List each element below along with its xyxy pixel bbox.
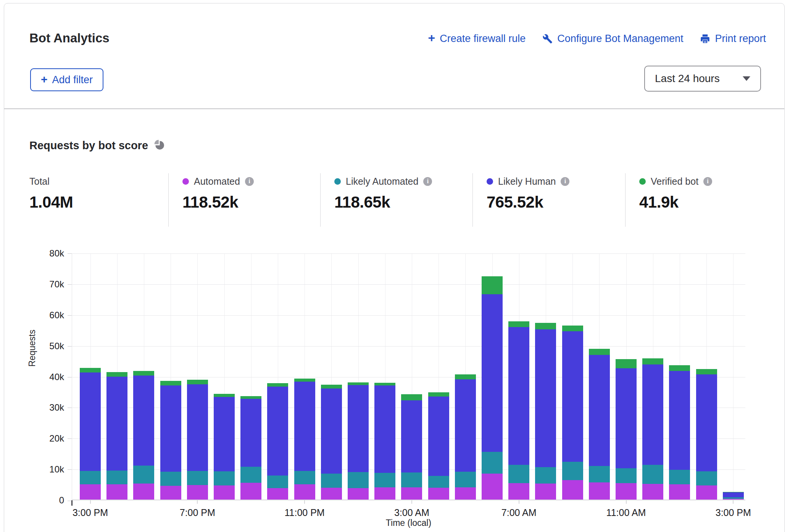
bar-7-00-pm[interactable] — [187, 380, 208, 500]
bar-segment-verified-bot — [133, 371, 154, 376]
bar-6-00-pm[interactable] — [160, 381, 181, 500]
stat-total: Total1.04M — [29, 173, 168, 227]
info-icon[interactable]: i — [561, 177, 569, 186]
pie-chart-icon — [154, 140, 164, 152]
bar-9-00-pm[interactable] — [240, 396, 261, 500]
stat-label: Automated — [194, 176, 240, 187]
bar-segment-automated — [267, 488, 288, 500]
printer-icon — [700, 34, 710, 44]
bar-10-00-pm[interactable] — [267, 383, 288, 500]
bar-12-00-am[interactable] — [321, 385, 342, 500]
bar-segment-likely-human — [240, 399, 261, 467]
stat-verified-bot: Verified boti41.9k — [625, 173, 785, 227]
plus-icon: + — [41, 74, 48, 85]
bar-segment-likely-human — [133, 376, 154, 466]
add-filter-button[interactable]: + Add filter — [30, 68, 103, 91]
bar-segment-likely-human — [482, 294, 503, 452]
stat-head: Likely Humani — [487, 175, 625, 188]
bar-segment-likely-automated — [106, 471, 127, 484]
info-icon[interactable]: i — [703, 177, 712, 186]
x-tick-label: 3:00 AM — [381, 507, 442, 518]
bar-segment-automated — [589, 482, 610, 500]
bar-3-00-pm[interactable] — [723, 492, 744, 500]
bar-3-00-pm[interactable] — [80, 368, 101, 500]
bar-segment-automated — [348, 488, 369, 500]
x-axis-title: Time (local) — [72, 518, 745, 528]
bar-segment-likely-human — [106, 377, 127, 471]
y-tick-label: 70k — [37, 279, 64, 290]
bar-segment-automated — [80, 484, 101, 500]
x-tick-mark — [304, 500, 305, 504]
bar-segment-automated — [106, 484, 127, 500]
bar-8-00-am[interactable] — [535, 323, 556, 500]
x-tick-mark — [90, 500, 91, 504]
chevron-down-icon — [743, 76, 750, 81]
bar-12-00-pm[interactable] — [642, 358, 663, 500]
bar-4-00-pm[interactable] — [106, 372, 127, 500]
bar-11-00-am[interactable] — [616, 359, 637, 500]
y-tick-label: 50k — [37, 341, 64, 351]
create-firewall-rule-link[interactable]: + Create firewall rule — [428, 32, 526, 45]
x-tick-mark — [733, 500, 734, 504]
info-icon[interactable]: i — [423, 177, 432, 186]
bar-2-00-pm[interactable] — [696, 369, 717, 500]
bar-segment-automated — [508, 483, 529, 500]
stat-value: 41.9k — [639, 193, 785, 211]
bar-segment-likely-human — [80, 372, 101, 471]
stat-label: Likely Automated — [346, 176, 418, 187]
plot-area: 010k20k30k40k50k60k70k80k3:00 PM7:00 PM1… — [72, 253, 745, 500]
bar-segment-likely-human — [214, 397, 235, 471]
stat-value: 118.65k — [334, 193, 472, 211]
bar-8-00-pm[interactable] — [214, 394, 235, 500]
bar-segment-likely-human — [348, 385, 369, 472]
horizontal-gridline — [72, 284, 745, 285]
bar-10-00-am[interactable] — [589, 349, 610, 500]
bar-3-00-am[interactable] — [401, 394, 422, 500]
bar-segment-automated — [642, 484, 663, 500]
bar-segment-likely-automated — [562, 462, 583, 480]
bar-1-00-pm[interactable] — [669, 365, 690, 500]
x-tick-mark — [626, 500, 627, 504]
bar-segment-likely-human — [374, 385, 395, 473]
y-tick-label: 10k — [37, 464, 64, 475]
bar-segment-verified-bot — [240, 396, 261, 399]
bar-segment-verified-bot — [508, 321, 529, 327]
bar-segment-verified-bot — [723, 492, 744, 492]
bar-11-00-pm[interactable] — [294, 379, 315, 500]
y-tick-mark — [68, 438, 72, 439]
bar-2-00-am[interactable] — [374, 382, 395, 500]
bar-9-00-am[interactable] — [562, 326, 583, 500]
bar-4-00-am[interactable] — [428, 392, 449, 500]
x-tick-label: 11:00 PM — [274, 507, 335, 518]
bar-segment-automated — [374, 487, 395, 500]
bar-segment-verified-bot — [374, 383, 395, 385]
bar-5-00-am[interactable] — [455, 374, 476, 500]
bar-5-00-pm[interactable] — [133, 371, 154, 500]
y-tick-label: 80k — [37, 248, 64, 259]
header-actions: + Create firewall rule Configure Bot Man… — [428, 32, 766, 45]
bar-segment-automated — [294, 484, 315, 500]
print-report-link[interactable]: Print report — [700, 33, 766, 45]
time-range-select[interactable]: Last 24 hours — [644, 66, 761, 92]
bar-segment-likely-automated — [616, 468, 637, 484]
bar-7-00-am[interactable] — [508, 321, 529, 500]
configure-bot-management-link[interactable]: Configure Bot Management — [542, 33, 683, 45]
bar-segment-likely-human — [642, 364, 663, 465]
bar-segment-likely-automated — [267, 476, 288, 488]
bar-segment-verified-bot — [106, 372, 127, 377]
info-icon[interactable]: i — [245, 177, 254, 186]
bar-1-00-am[interactable] — [348, 382, 369, 500]
x-tick-mark — [197, 500, 198, 504]
stat-head: Likely Automatedi — [334, 175, 472, 188]
y-tick-mark — [68, 315, 72, 316]
y-tick-mark — [68, 253, 72, 254]
bar-segment-verified-bot — [214, 394, 235, 397]
bar-6-00-am[interactable] — [482, 276, 503, 500]
x-tick-mark — [411, 500, 412, 504]
bar-segment-verified-bot — [589, 349, 610, 355]
bar-segment-verified-bot — [187, 380, 208, 384]
stat-value: 765.52k — [487, 193, 625, 211]
bar-segment-likely-automated — [133, 466, 154, 484]
bar-segment-automated — [240, 483, 261, 500]
stat-head: Total — [29, 175, 168, 188]
